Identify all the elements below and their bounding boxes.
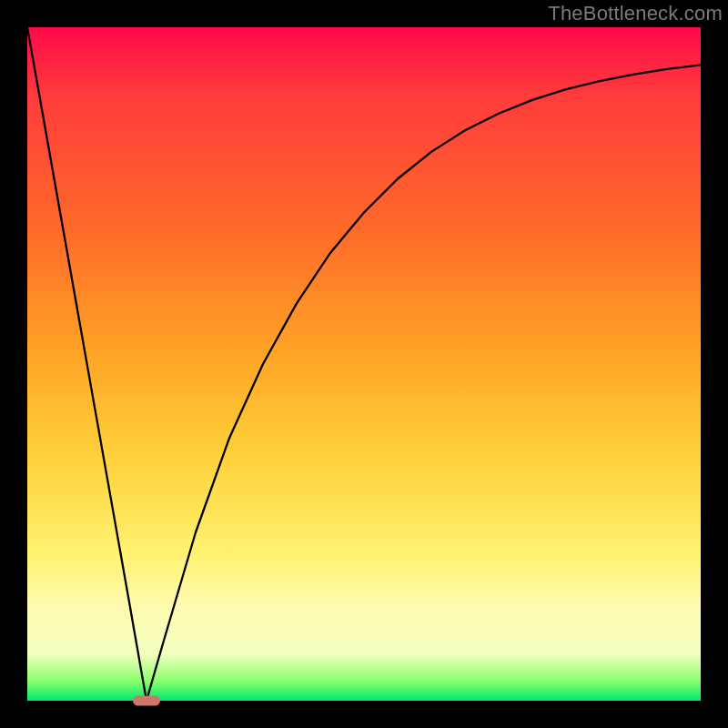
bottleneck-curve-path bbox=[27, 27, 701, 701]
plot-area bbox=[27, 27, 701, 701]
minimum-marker bbox=[133, 696, 160, 706]
curve-svg bbox=[27, 27, 701, 701]
watermark-text: TheBottleneck.com bbox=[548, 2, 723, 25]
chart-container: TheBottleneck.com bbox=[0, 0, 728, 728]
